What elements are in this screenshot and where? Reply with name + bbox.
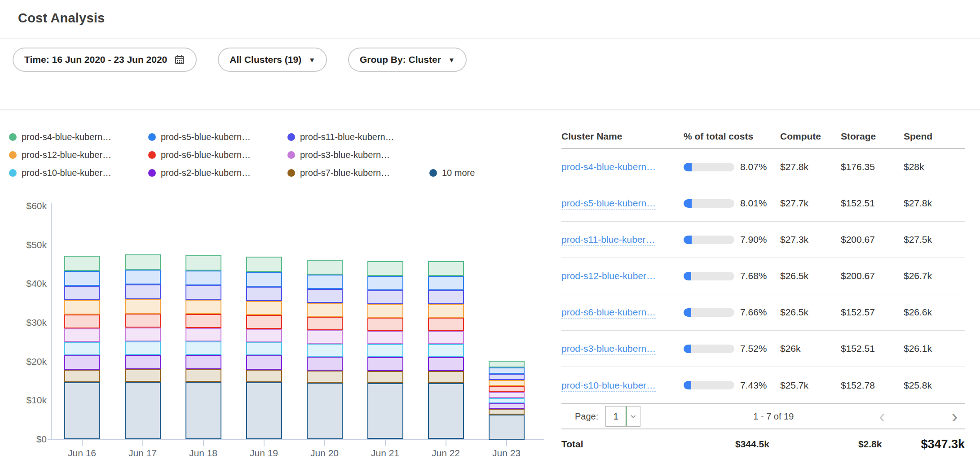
- bar-segment-prod-s11[interactable]: [307, 289, 343, 303]
- bar-segment-prod-s12[interactable]: [125, 299, 161, 314]
- legend-item-prod-s4[interactable]: prod-s4-blue-kubern…: [9, 131, 148, 143]
- bar-segment-prod-s10[interactable]: [367, 344, 403, 357]
- bar-segment-prod-s3[interactable]: [246, 329, 282, 342]
- bar-segment-prod-s3[interactable]: [64, 328, 100, 342]
- bar-segment-prod-s6[interactable]: [246, 315, 282, 329]
- bar-segment-prod-s5[interactable]: [185, 271, 221, 285]
- bar-segment-prod-s10[interactable]: [307, 344, 343, 357]
- bar-segment-prod-s12[interactable]: [64, 300, 100, 315]
- bar-segment-prod-s7[interactable]: [428, 371, 464, 383]
- legend-item-prod-s5[interactable]: prod-s5-blue-kubern…: [148, 131, 287, 143]
- bar-segment-prod-s10[interactable]: [489, 398, 525, 403]
- bar-segment-prod-s7[interactable]: [185, 369, 221, 382]
- bar-segment-prod-s5[interactable]: [246, 272, 282, 287]
- legend-item-prod-s10[interactable]: prod-s10-blue-kuber…: [9, 167, 148, 179]
- bar-segment-prod-s2[interactable]: [428, 357, 464, 371]
- bar-segment-prod-s12[interactable]: [246, 301, 282, 315]
- bar-segment-prod-s12[interactable]: [307, 303, 343, 317]
- bar-segment-10-more[interactable]: [428, 383, 464, 439]
- bar-segment-prod-s2[interactable]: [125, 355, 161, 369]
- bar-segment-prod-s3[interactable]: [125, 328, 161, 341]
- bar-segment-prod-s11[interactable]: [64, 286, 100, 300]
- bar-segment-prod-s11[interactable]: [489, 374, 525, 380]
- bar-segment-prod-s12[interactable]: [367, 304, 403, 318]
- bar-segment-10-more[interactable]: [246, 382, 282, 439]
- bar-segment-prod-s3[interactable]: [367, 331, 403, 344]
- bar-segment-prod-s3[interactable]: [185, 328, 221, 341]
- cluster-link[interactable]: prod-s6-blue-kubern…: [561, 307, 656, 319]
- bar-segment-prod-s7[interactable]: [307, 371, 343, 383]
- group-by-dropdown[interactable]: Group By: Cluster ▼: [348, 48, 467, 72]
- bar-segment-prod-s6[interactable]: [428, 318, 464, 331]
- bar-segment-prod-s4[interactable]: [489, 361, 525, 367]
- bar-segment-prod-s5[interactable]: [367, 276, 403, 290]
- bar-segment-prod-s7[interactable]: [64, 370, 100, 382]
- bar-segment-prod-s2[interactable]: [64, 355, 100, 370]
- bar-segment-prod-s4[interactable]: [64, 256, 100, 271]
- legend-item-prod-s2[interactable]: prod-s2-blue-kubern…: [148, 167, 287, 179]
- bar-segment-prod-s3[interactable]: [307, 330, 343, 344]
- legend-item-prod-s11[interactable]: prod-s11-blue-kubern…: [287, 131, 427, 143]
- bar-segment-prod-s11[interactable]: [246, 287, 282, 301]
- bar-segment-prod-s4[interactable]: [185, 255, 221, 271]
- bar-segment-prod-s5[interactable]: [64, 271, 100, 286]
- bar-segment-prod-s7[interactable]: [367, 371, 403, 383]
- bar-segment-prod-s6[interactable]: [125, 314, 161, 328]
- bar-segment-prod-s6[interactable]: [489, 386, 525, 392]
- bar-segment-10-more[interactable]: [489, 415, 525, 440]
- bar-segment-prod-s6[interactable]: [185, 314, 221, 328]
- bar-segment-prod-s2[interactable]: [185, 355, 221, 369]
- bar-segment-prod-s5[interactable]: [307, 275, 343, 289]
- bar-segment-prod-s2[interactable]: [367, 357, 403, 371]
- bar-segment-10-more[interactable]: [64, 382, 100, 439]
- bar-segment-prod-s7[interactable]: [489, 409, 525, 415]
- bar-segment-10-more[interactable]: [185, 382, 221, 439]
- bar-segment-10-more[interactable]: [307, 383, 343, 439]
- legend-item-prod-s12[interactable]: prod-s12-blue-kuber…: [9, 149, 148, 161]
- legend-item-prod-s7[interactable]: prod-s7-blue-kubern…: [287, 167, 427, 179]
- bar-segment-prod-s6[interactable]: [367, 318, 403, 331]
- bar-segment-10-more[interactable]: [125, 382, 161, 439]
- bar-segment-prod-s7[interactable]: [125, 369, 161, 382]
- cluster-link[interactable]: prod-s12-blue-kuber…: [561, 271, 656, 282]
- bar-segment-prod-s4[interactable]: [367, 261, 403, 276]
- cluster-link[interactable]: prod-s4-blue-kubern…: [561, 162, 656, 173]
- bar-segment-prod-s10[interactable]: [428, 344, 464, 357]
- page-select[interactable]: 1: [605, 406, 640, 427]
- bar-segment-prod-s12[interactable]: [428, 304, 464, 318]
- bar-segment-prod-s10[interactable]: [64, 342, 100, 355]
- next-page-button[interactable]: ›: [952, 407, 958, 425]
- clusters-filter-dropdown[interactable]: All Clusters (19) ▼: [218, 48, 327, 72]
- bar-segment-prod-s4[interactable]: [428, 261, 464, 276]
- bar-segment-prod-s6[interactable]: [64, 315, 100, 328]
- bar-segment-prod-s5[interactable]: [428, 276, 464, 290]
- bar-segment-prod-s11[interactable]: [428, 290, 464, 304]
- legend-item-prod-s6[interactable]: prod-s6-blue-kubern…: [148, 149, 287, 161]
- bar-segment-prod-s4[interactable]: [246, 257, 282, 272]
- bar-segment-prod-s4[interactable]: [307, 260, 343, 275]
- previous-page-button[interactable]: ‹: [879, 407, 885, 425]
- bar-segment-prod-s11[interactable]: [125, 284, 161, 299]
- legend-item-prod-s3[interactable]: prod-s3-blue-kubern…: [287, 149, 427, 161]
- bar-segment-prod-s12[interactable]: [489, 380, 525, 386]
- bar-segment-prod-s3[interactable]: [428, 331, 464, 344]
- bar-segment-prod-s2[interactable]: [307, 357, 343, 371]
- bar-segment-prod-s5[interactable]: [489, 367, 525, 374]
- bar-segment-prod-s2[interactable]: [489, 403, 525, 409]
- bar-segment-prod-s11[interactable]: [367, 290, 403, 304]
- bar-segment-prod-s6[interactable]: [307, 317, 343, 330]
- bar-segment-prod-s10[interactable]: [246, 342, 282, 355]
- legend-item-10-more[interactable]: 10 more: [429, 167, 475, 179]
- bar-segment-prod-s2[interactable]: [246, 355, 282, 370]
- cluster-link[interactable]: prod-s5-blue-kubern…: [561, 198, 656, 210]
- cluster-link[interactable]: prod-s10-blue-kuber…: [561, 380, 656, 392]
- time-range-filter[interactable]: Time: 16 Jun 2020 - 23 Jun 2020: [13, 48, 197, 72]
- cluster-link[interactable]: prod-s3-blue-kubern…: [561, 343, 656, 355]
- bar-segment-prod-s12[interactable]: [185, 300, 221, 314]
- cluster-link[interactable]: prod-s11-blue-kuber…: [561, 234, 655, 246]
- bar-segment-prod-s4[interactable]: [125, 254, 161, 270]
- bar-segment-prod-s3[interactable]: [489, 392, 525, 398]
- bar-segment-prod-s11[interactable]: [185, 285, 221, 300]
- bar-segment-10-more[interactable]: [367, 383, 403, 439]
- bar-segment-prod-s10[interactable]: [185, 341, 221, 355]
